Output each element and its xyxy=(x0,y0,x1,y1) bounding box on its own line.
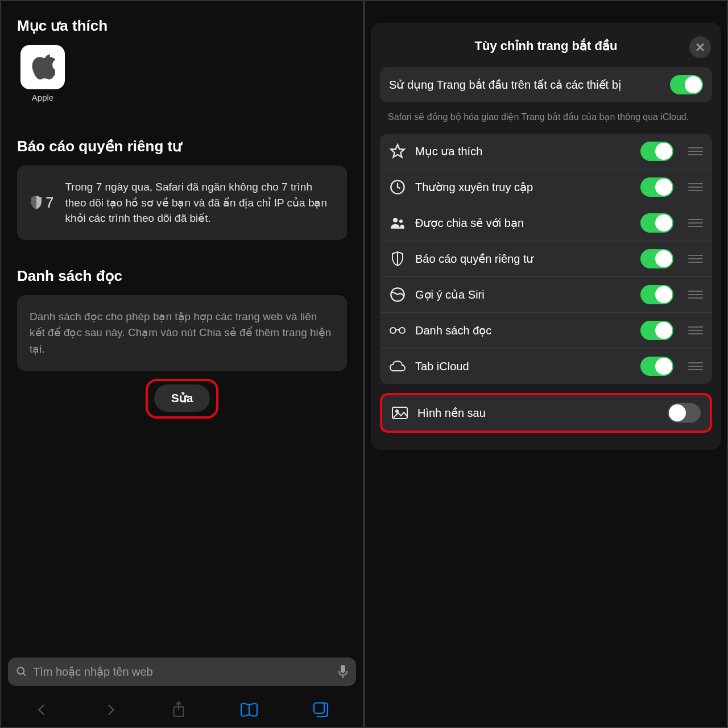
toggle-icloud[interactable] xyxy=(640,357,673,376)
browser-toolbar xyxy=(1,693,363,727)
apple-logo-icon xyxy=(20,45,65,89)
tabs-icon[interactable] xyxy=(312,701,329,718)
favorites-title: Mục ưa thích xyxy=(17,17,347,35)
option-label: Báo cáo quyền riêng tư xyxy=(415,252,631,266)
toggle-background[interactable] xyxy=(668,403,701,423)
option-icloud: Tab iCloud xyxy=(380,349,712,384)
clock-icon xyxy=(389,179,406,196)
privacy-text: Trong 7 ngày qua, Safari đã ngăn không c… xyxy=(65,179,334,226)
cloud-icon xyxy=(389,358,406,375)
svg-point-16 xyxy=(399,328,405,333)
search-input[interactable]: Tìm hoặc nhập tên web xyxy=(8,657,356,686)
background-group-highlighted: Hình nền sau xyxy=(380,393,712,433)
toggle-reading[interactable] xyxy=(640,321,673,340)
bookmarks-icon[interactable] xyxy=(239,702,259,718)
svg-point-12 xyxy=(393,218,398,222)
close-icon xyxy=(696,43,705,52)
option-label: Danh sách đọc xyxy=(415,324,631,337)
mic-icon[interactable] xyxy=(338,664,348,679)
privacy-report-card[interactable]: 7 Trong 7 ngày qua, Safari đã ngăn không… xyxy=(17,166,347,240)
option-label: Mục ưa thích xyxy=(415,144,631,158)
drag-handle-icon[interactable] xyxy=(688,255,703,263)
start-page-panel: Mục ưa thích Apple Báo cáo quyền riêng t… xyxy=(0,0,364,728)
sync-group: Sử dụng Trang bắt đầu trên tất cả các th… xyxy=(380,67,712,102)
svg-point-18 xyxy=(396,410,398,412)
privacy-shield-icon: 7 xyxy=(30,194,53,212)
svg-point-0 xyxy=(18,668,24,675)
option-privacy: Báo cáo quyền riêng tư xyxy=(380,241,712,277)
image-icon xyxy=(391,404,408,421)
drag-handle-icon[interactable] xyxy=(688,183,703,191)
svg-line-1 xyxy=(23,673,26,676)
background-row: Hình nền sau xyxy=(382,395,710,431)
svg-point-15 xyxy=(390,328,396,333)
reading-text: Danh sách đọc cho phép bạn tập hợp các t… xyxy=(30,309,334,358)
option-siri: Gợi ý của Siri xyxy=(380,277,712,313)
option-frequently: Thường xuyên truy cập xyxy=(380,169,712,205)
toggle-siri[interactable] xyxy=(640,285,673,304)
highlight-annotation xyxy=(146,379,218,419)
sync-row: Sử dụng Trang bắt đầu trên tất cả các th… xyxy=(380,67,712,102)
share-icon[interactable] xyxy=(171,701,186,719)
svg-rect-7 xyxy=(314,703,324,713)
forward-icon[interactable] xyxy=(103,702,118,717)
svg-marker-10 xyxy=(391,145,404,158)
sync-footer: Safari sẽ đồng bộ hóa giao diện Trang bắ… xyxy=(371,109,721,134)
toggle-privacy[interactable] xyxy=(640,249,673,268)
toggle-shared[interactable] xyxy=(640,213,673,233)
option-label: Gợi ý của Siri xyxy=(415,288,631,301)
glasses-icon xyxy=(389,322,406,339)
option-label: Tab iCloud xyxy=(415,360,631,373)
people-icon xyxy=(389,214,406,231)
customize-sheet-panel: Tùy chỉnh trang bắt đầu Sử dụng Trang bắ… xyxy=(364,0,728,728)
sync-label: Sử dụng Trang bắt đầu trên tất cả các th… xyxy=(389,77,661,93)
option-shared: Được chia sẻ với bạn xyxy=(380,205,712,241)
sheet-title: Tùy chỉnh trang bắt đầu xyxy=(475,39,618,53)
reading-title: Danh sách đọc xyxy=(17,267,347,285)
privacy-title: Báo cáo quyền riêng tư xyxy=(17,138,347,155)
shield-icon xyxy=(389,250,406,267)
back-icon[interactable] xyxy=(35,702,49,717)
privacy-count: 7 xyxy=(46,194,53,212)
siri-icon xyxy=(389,286,406,303)
favorite-label: Apple xyxy=(32,93,53,102)
star-icon xyxy=(389,143,406,160)
search-icon xyxy=(16,666,27,677)
favorite-apple[interactable]: Apple xyxy=(17,45,68,102)
drag-handle-icon[interactable] xyxy=(688,326,703,334)
options-group: Mục ưa thích Thường xuyên truy cập Được … xyxy=(380,134,712,384)
svg-rect-2 xyxy=(341,665,345,673)
toggle-frequently[interactable] xyxy=(640,177,673,197)
customize-sheet: Tùy chỉnh trang bắt đầu Sử dụng Trang bắ… xyxy=(371,23,721,450)
svg-point-13 xyxy=(399,220,403,223)
search-placeholder: Tìm hoặc nhập tên web xyxy=(33,665,332,679)
option-reading: Danh sách đọc xyxy=(380,313,712,349)
option-label: Được chia sẻ với bạn xyxy=(415,216,631,230)
reading-list-card: Danh sách đọc cho phép bạn tập hợp các t… xyxy=(17,295,347,371)
drag-handle-icon[interactable] xyxy=(688,362,703,370)
background-label: Hình nền sau xyxy=(417,406,659,420)
option-favorites: Mục ưa thích xyxy=(380,134,712,169)
drag-handle-icon[interactable] xyxy=(688,291,703,299)
drag-handle-icon[interactable] xyxy=(688,147,703,155)
close-button[interactable] xyxy=(689,36,711,58)
option-label: Thường xuyên truy cập xyxy=(415,180,631,194)
drag-handle-icon[interactable] xyxy=(688,219,703,227)
sync-toggle[interactable] xyxy=(670,75,703,94)
toggle-favorites[interactable] xyxy=(640,142,673,161)
